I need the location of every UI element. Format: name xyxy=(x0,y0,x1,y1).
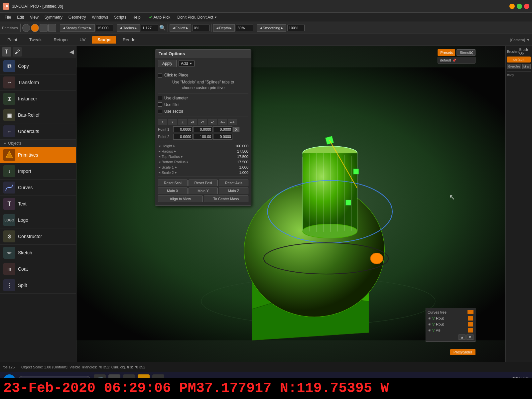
height-slider-label[interactable]: ◄Height► xyxy=(158,144,191,148)
smoothing-btn[interactable]: ◄Smoothing► xyxy=(257,24,286,32)
viewport[interactable]: ↖ Tool Options Apply Add ▼ Click to Plac… xyxy=(76,46,505,362)
radius-icon[interactable]: 🔍 xyxy=(159,25,166,31)
depth-btn[interactable]: ◄Depth► xyxy=(213,24,235,32)
greebles-btn[interactable]: Greebles xyxy=(507,64,521,69)
sidebar-item-transform[interactable]: ↔ Transform xyxy=(0,74,76,91)
falloff-value[interactable] xyxy=(192,25,209,31)
default-pin-icon[interactable]: 📌 xyxy=(452,59,456,62)
curves-nav-down[interactable]: ▼ xyxy=(466,334,473,340)
brush-icon-2[interactable] xyxy=(31,24,39,32)
coord-neg-y-btn[interactable]: -Y xyxy=(198,119,207,125)
camera-dropdown[interactable]: ▼ xyxy=(526,38,530,42)
auto-pick-checkbox[interactable]: ✔ Auto Pick xyxy=(147,14,173,20)
use-diameter-row[interactable]: Use diameter xyxy=(158,95,248,101)
tool-options-title[interactable]: Tool Options xyxy=(155,50,251,58)
use-sector-row[interactable]: Use sector xyxy=(158,108,248,115)
top-radius-label[interactable]: ◄Top Radius► xyxy=(158,155,191,159)
menu-file[interactable]: File xyxy=(2,14,14,20)
click-to-place-checkbox[interactable] xyxy=(158,73,162,77)
point2-y-input[interactable] xyxy=(193,134,212,140)
presets-btn[interactable]: Presets xyxy=(438,49,455,56)
add-dropdown[interactable]: Add ▼ xyxy=(179,60,195,67)
coord-x-btn[interactable]: X xyxy=(158,119,167,125)
coord-neg-z-btn[interactable]: -Z xyxy=(208,119,217,125)
radius-slider-label[interactable]: ◄Radius► xyxy=(158,149,191,153)
scale1-label[interactable]: ◄Scale 1► xyxy=(158,165,191,169)
point1-z-input[interactable] xyxy=(213,126,232,132)
main-x-btn[interactable]: Main X xyxy=(158,188,188,194)
main-z-btn[interactable]: Main Z xyxy=(219,188,248,194)
sidebar-item-copy[interactable]: ⧉ Copy xyxy=(0,58,76,74)
coord-next-btn[interactable]: --> xyxy=(228,119,237,125)
reset-posi-btn[interactable]: Reset Posi xyxy=(189,180,218,186)
sidebar-item-sketch[interactable]: ✏ Sketch xyxy=(0,245,76,261)
curves-tree-item-2[interactable]: ◉ V Rout xyxy=(428,321,473,327)
sidebar-collapse-btn[interactable]: ◀ xyxy=(69,48,74,56)
sidebar-item-undercuts[interactable]: ⌐ Undercuts xyxy=(0,123,76,140)
default-brushes-btn[interactable]: default xyxy=(507,57,531,63)
sidebar-item-primitives[interactable]: Primitives xyxy=(0,147,76,163)
radius-value[interactable] xyxy=(141,25,158,31)
click-to-place-row[interactable]: Click to Place xyxy=(158,72,248,78)
minimize-button[interactable] xyxy=(509,4,515,9)
menu-windows[interactable]: Windows xyxy=(89,14,111,20)
radius-btn[interactable]: ◄Radius► xyxy=(117,24,140,32)
depth-value[interactable] xyxy=(236,25,253,31)
tab-paint[interactable]: Paint xyxy=(2,36,23,44)
brush-tool-icon[interactable]: 🖌 xyxy=(13,47,22,57)
panel-close-btn[interactable]: ✕ xyxy=(467,49,475,57)
tab-render[interactable]: Render xyxy=(117,36,142,44)
tab-uv[interactable]: UV xyxy=(74,36,91,44)
apply-button[interactable]: Apply xyxy=(158,60,177,67)
tab-retopo[interactable]: Retopo xyxy=(48,36,73,44)
coord-y-btn[interactable]: Y xyxy=(168,119,177,125)
main-y-btn[interactable]: Main Y xyxy=(189,188,218,194)
tab-sculpt[interactable]: Sculpt xyxy=(92,36,116,44)
point2-x-input[interactable] xyxy=(173,134,193,140)
menu-edit[interactable]: Edit xyxy=(14,14,27,20)
menu-scripts[interactable]: Scripts xyxy=(111,14,129,20)
curves-tree-item-1[interactable]: ◉ V Rout xyxy=(428,315,473,321)
use-sector-checkbox[interactable] xyxy=(158,109,162,113)
maximize-button[interactable] xyxy=(517,4,522,9)
sidebar-item-split[interactable]: ⋮ Split xyxy=(0,277,76,294)
steady-stroke-btn[interactable]: ◄Steady Stroke► xyxy=(60,24,95,32)
menu-help[interactable]: Help xyxy=(130,14,143,20)
proxy-slider-btn[interactable]: ProxySlider xyxy=(450,349,475,355)
steady-stroke-value[interactable] xyxy=(96,25,113,31)
use-fillet-row[interactable]: Use fillet xyxy=(158,101,248,108)
bottom-radius-label[interactable]: ◄Bottom Radius► xyxy=(158,160,191,164)
use-diameter-checkbox[interactable] xyxy=(158,96,162,100)
reset-scale-btn[interactable]: Reset Scal xyxy=(158,180,188,186)
sidebar-item-import[interactable]: ↓ Import xyxy=(0,163,76,180)
coord-neg-x-btn[interactable]: -X xyxy=(188,119,197,125)
menu-symmetry[interactable]: Symmetry xyxy=(42,14,65,20)
sidebar-item-bas-relief[interactable]: ▣ Bas-Relief xyxy=(0,107,76,123)
sidebar-item-constructor[interactable]: ⚙ Constructor xyxy=(0,228,76,245)
smoothing-value[interactable] xyxy=(287,25,305,31)
curves-nav-up[interactable]: ▲ xyxy=(459,334,466,340)
point1-y-input[interactable] xyxy=(193,126,212,132)
brush-icon-1[interactable] xyxy=(22,24,30,32)
dont-pick-dropdown[interactable]: Don't Pick, Don't Act ▼ xyxy=(176,14,218,20)
text-tool-icon[interactable]: T xyxy=(2,47,11,57)
tab-tweak[interactable]: Tweak xyxy=(24,36,47,44)
brush-icon-4[interactable] xyxy=(48,24,56,32)
point1-x-clear-btn[interactable]: X xyxy=(233,127,239,132)
coord-prev-btn[interactable]: <-- xyxy=(218,119,227,125)
sidebar-item-logo[interactable]: LOGO Logo xyxy=(0,212,76,228)
coord-z-btn[interactable]: Z xyxy=(178,119,187,125)
to-center-mass-btn[interactable]: To Center Mass xyxy=(204,196,249,202)
falloff-btn[interactable]: ◄Falloff► xyxy=(170,24,192,32)
align-to-view-btn[interactable]: Align to View xyxy=(158,196,203,202)
menu-view[interactable]: View xyxy=(27,14,41,20)
curves-tree-item-3[interactable]: ◉ V vis xyxy=(428,327,473,333)
curves-tree-btn[interactable]: ... xyxy=(467,310,473,314)
sidebar-item-coat[interactable]: ≋ Coat xyxy=(0,261,76,277)
sidebar-item-curves[interactable]: Curves xyxy=(0,180,76,196)
misc-btn[interactable]: Misc xyxy=(522,64,531,69)
close-button[interactable] xyxy=(524,4,529,9)
scale2-label[interactable]: ◄Scale 2► xyxy=(158,171,191,175)
reset-axis-btn[interactable]: Reset Axis xyxy=(219,180,248,186)
point2-z-input[interactable] xyxy=(213,134,232,140)
